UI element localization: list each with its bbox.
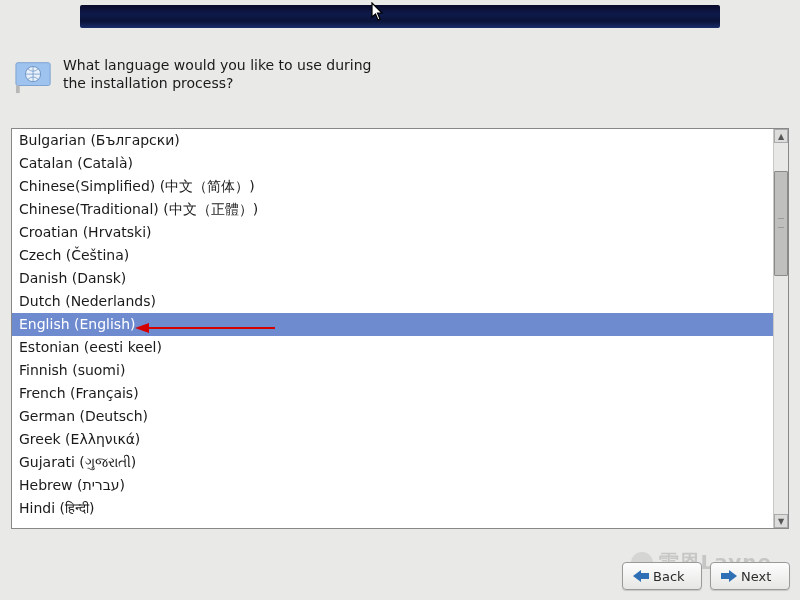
back-arrow-icon — [633, 570, 649, 582]
language-list[interactable]: Bulgarian (Български)Catalan (Català)Chi… — [12, 129, 773, 528]
next-button-label: Next — [741, 569, 771, 584]
svg-marker-5 — [633, 570, 649, 582]
globe-flag-icon — [15, 57, 53, 95]
scroll-thumb[interactable] — [774, 171, 788, 276]
vertical-scrollbar[interactable]: ▲ ▼ — [773, 129, 788, 528]
language-option[interactable]: French (Français) — [12, 382, 773, 405]
language-option[interactable]: Croatian (Hrvatski) — [12, 221, 773, 244]
language-option[interactable]: Hindi (हिन्दी) — [12, 497, 773, 520]
language-listbox[interactable]: Bulgarian (Български)Catalan (Català)Chi… — [11, 128, 789, 529]
prompt-text: What language would you like to use duri… — [63, 57, 383, 92]
language-option[interactable]: Czech (Čeština) — [12, 244, 773, 267]
svg-rect-2 — [16, 86, 20, 94]
language-option[interactable]: German (Deutsch) — [12, 405, 773, 428]
language-option[interactable]: Danish (Dansk) — [12, 267, 773, 290]
language-option[interactable]: Dutch (Nederlands) — [12, 290, 773, 313]
language-option[interactable]: Hebrew (עברית) — [12, 474, 773, 497]
back-button[interactable]: Back — [622, 562, 702, 590]
next-arrow-icon — [721, 570, 737, 582]
language-option[interactable]: Estonian (eesti keel) — [12, 336, 773, 359]
back-button-label: Back — [653, 569, 685, 584]
language-option[interactable]: Gujarati (ગુજરાતી) — [12, 451, 773, 474]
scroll-up-button[interactable]: ▲ — [774, 129, 788, 143]
svg-marker-6 — [721, 570, 737, 582]
scroll-down-button[interactable]: ▼ — [774, 514, 788, 528]
language-option[interactable]: Catalan (Català) — [12, 152, 773, 175]
language-option[interactable]: Chinese(Simplified) (中文（简体）) — [12, 175, 773, 198]
prompt-row: What language would you like to use duri… — [15, 57, 383, 95]
header-banner — [80, 5, 720, 28]
language-option[interactable]: Bulgarian (Български) — [12, 129, 773, 152]
next-button[interactable]: Next — [710, 562, 790, 590]
language-option[interactable]: Finnish (suomi) — [12, 359, 773, 382]
language-option[interactable]: English (English) — [12, 313, 773, 336]
language-option[interactable]: Chinese(Traditional) (中文（正體）) — [12, 198, 773, 221]
button-bar: Back Next — [622, 562, 790, 590]
language-option[interactable]: Greek (Ελληνικά) — [12, 428, 773, 451]
